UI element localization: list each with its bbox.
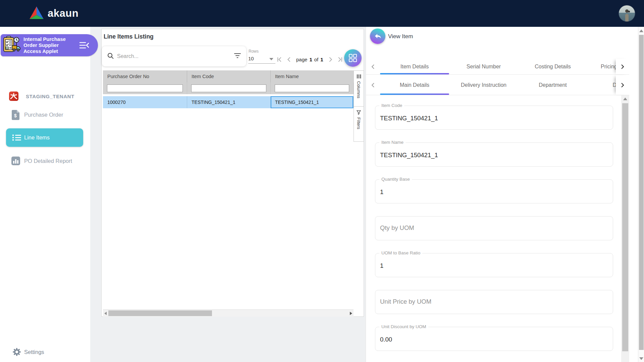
- search-icon: [107, 53, 114, 60]
- collapse-menu-icon[interactable]: [78, 39, 91, 52]
- sidebar: Internal Purchase Order Supplier Access …: [0, 27, 90, 362]
- sidebar-item-po-detailed-report[interactable]: PO Detailed Report: [0, 154, 90, 168]
- subtab-delivery-instruction[interactable]: Delivery Instruction: [449, 75, 518, 95]
- detail-subtabs: Main Details Delivery Instruction Depart…: [366, 75, 629, 95]
- detail-scrollbar-thumb[interactable]: [622, 103, 628, 351]
- column-header-item-code[interactable]: Item Code: [187, 70, 271, 82]
- sidebar-item-label: Line Items: [24, 134, 50, 141]
- columns-tab-label: Columns: [356, 81, 361, 98]
- tabs-scroll-left-button[interactable]: [366, 59, 380, 74]
- first-page-button[interactable]: [276, 56, 283, 63]
- subtab-main-details[interactable]: Main Details: [380, 75, 449, 95]
- rows-value: 10: [248, 56, 254, 61]
- columns-panel-tab[interactable]: Columns: [354, 71, 364, 106]
- horizontal-scrollbar-thumb[interactable]: [108, 310, 212, 316]
- page-scrollbar-thumb[interactable]: [639, 35, 644, 350]
- pagination: page 1 of 1: [276, 55, 343, 64]
- back-arrow-icon: [374, 33, 381, 40]
- sidebar-item-label: Settings: [24, 349, 44, 355]
- filters-panel-tab[interactable]: Filters: [354, 106, 364, 141]
- field-label: Item Name: [379, 140, 406, 145]
- field-label: Quantity Base: [379, 177, 412, 182]
- subtabs-scroll-right-button[interactable]: [616, 75, 629, 95]
- subtab-department[interactable]: Department: [518, 75, 587, 95]
- cell-item-name-selected[interactable]: TESTING_150421_1: [271, 96, 354, 108]
- column-header-purchase-order-no[interactable]: Purchase Order No: [103, 70, 187, 82]
- rows-per-page-select[interactable]: 10: [248, 54, 275, 64]
- tab-pricing[interactable]: Pricing: [587, 59, 616, 74]
- filters-tab-label: Filters: [356, 117, 361, 129]
- view-item-panel: View Item Item Details Serial Number Cos…: [366, 27, 639, 362]
- cell-item-code[interactable]: TESTING_150421_1: [187, 96, 271, 108]
- grid-view-button[interactable]: [344, 49, 362, 67]
- field-unit-price-by-uom[interactable]: Unit Price by UOM: [375, 290, 613, 314]
- field-value: 1: [380, 188, 383, 196]
- field-unit-discount-by-uom[interactable]: Unit Discount by UOM 0.00: [375, 327, 613, 351]
- table-row[interactable]: 1000270 TESTING_150421_1 TESTING_150421_…: [103, 96, 354, 108]
- cell-purchase-order-no[interactable]: 1000270: [103, 96, 187, 108]
- field-qty-by-uom[interactable]: Qty by UOM: [375, 216, 613, 240]
- field-quantity-base[interactable]: Quantity Base 1: [375, 179, 613, 203]
- field-item-name[interactable]: Item Name TESTING_150421_1: [375, 142, 613, 167]
- field-placeholder: Unit Price by UOM: [380, 298, 431, 305]
- field-item-code[interactable]: Item Code TESTING_150421_1: [375, 106, 613, 130]
- column-header-item-name[interactable]: Item Name: [271, 70, 354, 82]
- field-placeholder: Qty by UOM: [380, 224, 414, 232]
- active-tab-underline: [380, 73, 449, 74]
- last-page-button[interactable]: [337, 56, 343, 63]
- table-header-row: Purchase Order No Item Code Item Name: [103, 70, 354, 82]
- item-detail-form: Item Code TESTING_150421_1 Item Name TES…: [366, 95, 621, 362]
- sidebar-item-settings[interactable]: Settings: [0, 345, 90, 359]
- back-button[interactable]: [370, 28, 385, 44]
- purchase-order-icon: $: [11, 110, 20, 120]
- tenant-icon: [9, 90, 18, 102]
- page-vertical-scrollbar[interactable]: [638, 27, 644, 362]
- page-scroll-down-arrow-icon[interactable]: [639, 357, 643, 360]
- horizontal-scrollbar[interactable]: [103, 309, 354, 317]
- applet-icon: [3, 36, 21, 55]
- top-bar: akaun: [0, 0, 644, 27]
- table-filter-row: [103, 82, 354, 95]
- svg-text:$: $: [14, 113, 17, 118]
- scroll-right-arrow-icon[interactable]: [350, 312, 352, 315]
- filter-input-purchase-order-no[interactable]: [107, 84, 183, 92]
- page-scroll-up-arrow-icon[interactable]: [639, 29, 643, 32]
- field-uom-to-base-ratio[interactable]: UOM to Base Ratio 1: [375, 253, 613, 277]
- tab-item-details[interactable]: Item Details: [380, 59, 449, 74]
- gear-icon: [12, 348, 21, 356]
- sidebar-item-purchase-order[interactable]: $ Purchase Order: [0, 108, 90, 121]
- current-page-number: 1: [309, 57, 312, 62]
- subtab-clipped[interactable]: De: [587, 75, 616, 95]
- akaun-logo[interactable]: akaun: [29, 6, 78, 21]
- line-items-listing-panel: Line Items Listing Rows 10: [101, 29, 364, 317]
- field-label: Item Code: [379, 103, 404, 108]
- app-screen: akaun: [0, 0, 644, 362]
- user-avatar[interactable]: [619, 5, 635, 21]
- scroll-left-arrow-icon[interactable]: [104, 312, 107, 315]
- applet-title: Internal Purchase Order Supplier Access …: [23, 36, 76, 54]
- filter-list-icon[interactable]: [234, 53, 241, 60]
- tab-serial-number[interactable]: Serial Number: [449, 59, 518, 74]
- scroll-up-arrow-icon[interactable]: [623, 98, 627, 100]
- applet-badge[interactable]: Internal Purchase Order Supplier Access …: [1, 34, 98, 56]
- page-indicator: page 1 of 1: [296, 57, 323, 62]
- next-page-button[interactable]: [327, 56, 334, 63]
- detail-tabs: Item Details Serial Number Costing Detai…: [366, 59, 629, 75]
- sidebar-item-line-items[interactable]: Line Items: [6, 128, 83, 147]
- subtabs-scroll-left-button[interactable]: [366, 75, 380, 95]
- field-value: 0.00: [380, 336, 392, 343]
- previous-page-button[interactable]: [286, 56, 292, 63]
- detail-vertical-scrollbar[interactable]: [621, 95, 629, 362]
- search-input[interactable]: [117, 53, 234, 59]
- logo-text: akaun: [48, 7, 78, 19]
- sidebar-item-label: Purchase Order: [24, 112, 63, 118]
- filter-input-item-name[interactable]: [275, 84, 349, 92]
- sidebar-item-label: STAGING_TENANT: [26, 94, 74, 99]
- field-value: TESTING_150421_1: [380, 115, 438, 122]
- tab-costing-details[interactable]: Costing Details: [518, 59, 587, 74]
- sidebar-item-tenant[interactable]: STAGING_TENANT: [0, 89, 90, 103]
- tabs-scroll-right-button[interactable]: [616, 59, 629, 74]
- columns-icon: [357, 74, 361, 79]
- search-bar: [102, 46, 246, 66]
- filter-input-item-code[interactable]: [191, 84, 266, 92]
